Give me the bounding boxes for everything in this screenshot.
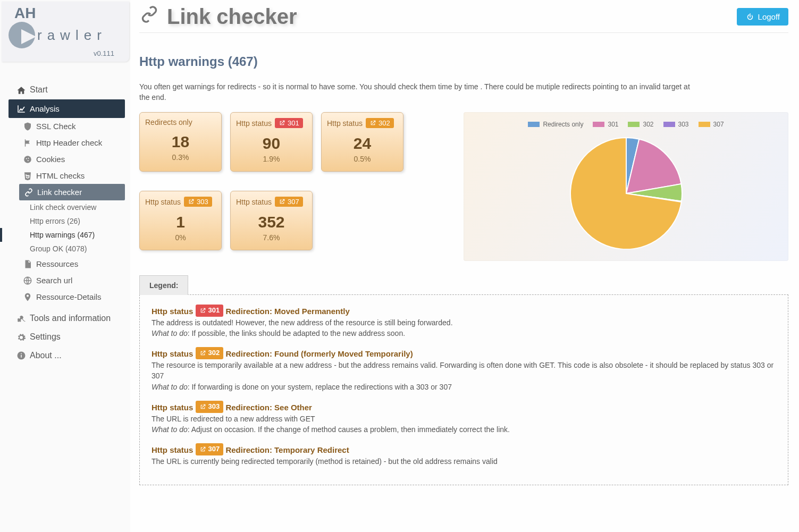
html5-icon: [22, 171, 33, 181]
main: Link checker Logoff Http warnings (467) …: [137, 0, 799, 532]
logo: AH rawler v0.111: [2, 2, 129, 62]
nav-ressources[interactable]: Ressources: [0, 256, 130, 272]
tile-redirects[interactable]: Redirects only 18 0.3%: [139, 112, 222, 172]
nav-settings-label: Settings: [30, 332, 61, 342]
legend-swatch: [593, 122, 604, 127]
nav-ressources-label: Ressources: [36, 259, 78, 268]
nav-http-errors[interactable]: Http errors (26): [0, 214, 130, 228]
status-badge: 307: [196, 443, 224, 455]
tile-value: 18: [145, 133, 216, 151]
nav-analysis[interactable]: Analysis: [9, 99, 125, 118]
status-badge: 302: [366, 118, 394, 128]
nav-start[interactable]: Start: [0, 81, 130, 99]
home-icon: [16, 85, 27, 95]
pie-svg: [562, 132, 690, 249]
tile-301[interactable]: Http status 301 90 1.9%: [230, 112, 313, 172]
section-desc: You often get warnings for redirects - s…: [139, 82, 697, 103]
tile-value: 24: [327, 134, 398, 153]
pacman-icon: [9, 22, 35, 48]
svg-point-2: [28, 158, 29, 159]
status-badge: 301: [196, 305, 224, 317]
nav-resdetails-label: Ressource-Details: [36, 292, 102, 301]
status-badge: 301: [275, 118, 303, 128]
tile-value: 1: [145, 213, 216, 231]
legend-entry: Http status 303 Redirection: See Other T…: [152, 401, 776, 435]
tile-pct: 0.3%: [145, 153, 216, 162]
section-title: Http warnings (467): [139, 54, 788, 69]
legend-swatch: [528, 122, 540, 127]
legend-item: Redirects only: [528, 121, 583, 128]
nav-search-url[interactable]: Search url: [0, 272, 130, 289]
nav-ressource-details[interactable]: Ressource-Details: [0, 289, 130, 305]
nav-about-label: About ...: [30, 351, 62, 360]
tile-label: Http status 307: [236, 197, 307, 207]
app-version: v0.111: [7, 49, 124, 57]
tile-pct: 7.6%: [236, 233, 307, 242]
flag-icon: [22, 138, 33, 148]
page-title: Link checker: [139, 4, 297, 29]
shield-icon: [22, 121, 33, 131]
status-badge: 303: [184, 197, 212, 207]
tile-value: 90: [236, 134, 307, 153]
tile-label: Http status 302: [327, 118, 398, 128]
legend-section: Legend: Http status 301 Redirection: Mov…: [139, 275, 788, 485]
tiles: Redirects only 18 0.3%Http status 301 90…: [139, 112, 448, 261]
sidebar: AH rawler v0.111 Start Analysis SSL Chec…: [0, 0, 130, 532]
map-pin-icon: [22, 292, 33, 302]
svg-rect-6: [21, 355, 22, 358]
legend-body: Http status 301 Redirection: Moved Perma…: [139, 294, 788, 485]
tile-pct: 0%: [145, 233, 216, 242]
tile-302[interactable]: Http status 302 24 0.5%: [321, 112, 403, 172]
legend-tab: Legend:: [139, 275, 188, 295]
tile-value: 352: [236, 213, 307, 231]
nav-html-checks[interactable]: HTML checks: [0, 167, 130, 184]
nav-ssl-label: SSL Check: [36, 122, 75, 131]
nav-cookies[interactable]: Cookies: [0, 151, 130, 167]
legend-item: 307: [699, 121, 724, 128]
tile-307[interactable]: Http status 307 352 7.6%: [230, 191, 313, 250]
tile-303[interactable]: Http status 303 1 0%: [139, 191, 222, 250]
nav-link-overview[interactable]: Link check overview: [0, 200, 130, 214]
cookie-icon: [22, 154, 33, 164]
nav-start-label: Start: [30, 85, 48, 95]
logo-top: AH: [7, 5, 124, 22]
page-title-text: Link checker: [167, 5, 297, 29]
tile-label: Http status 303: [145, 197, 216, 207]
legend-item: 302: [628, 121, 653, 128]
tile-label: Redirects only: [145, 118, 216, 126]
nav-group-ok[interactable]: Group OK (4078): [0, 242, 130, 256]
status-badge: 307: [275, 197, 303, 207]
legend-desc: The resource is temporarily available at…: [152, 360, 776, 382]
nav-link-checker[interactable]: Link checker: [19, 184, 125, 200]
nav-about[interactable]: About ...: [0, 347, 130, 365]
legend-entry: Http status 301 Redirection: Moved Perma…: [152, 305, 776, 339]
nav-tools-label: Tools and information: [30, 314, 111, 323]
svg-point-3: [28, 160, 29, 161]
legend-head: Http status 302 Redirection: Found (form…: [152, 347, 776, 360]
tile-pct: 1.9%: [236, 155, 307, 163]
legend-item: 303: [663, 121, 689, 128]
power-icon: [745, 12, 755, 22]
logoff-label: Logoff: [758, 12, 780, 21]
nav-ssl-check[interactable]: SSL Check: [0, 118, 130, 134]
nav-searchurl-label: Search url: [36, 276, 72, 285]
nav-http-warnings[interactable]: Http warnings (467): [0, 228, 130, 242]
file-icon: [22, 259, 33, 269]
nav-http-header[interactable]: Http Header check: [0, 134, 130, 151]
tile-pct: 0.5%: [327, 155, 398, 163]
legend-entry: Http status 307 Redirection: Temporary R…: [152, 443, 776, 467]
legend-head: Http status 307 Redirection: Temporary R…: [152, 443, 776, 456]
legend-desc: The URL is redirected to a new address w…: [152, 413, 776, 424]
nav-analysis-label: Analysis: [30, 104, 60, 113]
nav-cookies-label: Cookies: [36, 155, 65, 164]
legend-swatch: [628, 122, 640, 127]
nav-linkchecker-label: Link checker: [37, 188, 82, 197]
gears-icon: [16, 332, 27, 342]
nav-settings[interactable]: Settings: [0, 328, 130, 347]
logoff-button[interactable]: Logoff: [737, 8, 788, 26]
legend-head: Http status 303 Redirection: See Other: [152, 401, 776, 413]
chart-line-icon: [16, 104, 27, 114]
link-icon: [23, 187, 34, 197]
tools-icon: [16, 314, 27, 324]
nav-tools[interactable]: Tools and information: [0, 309, 130, 328]
